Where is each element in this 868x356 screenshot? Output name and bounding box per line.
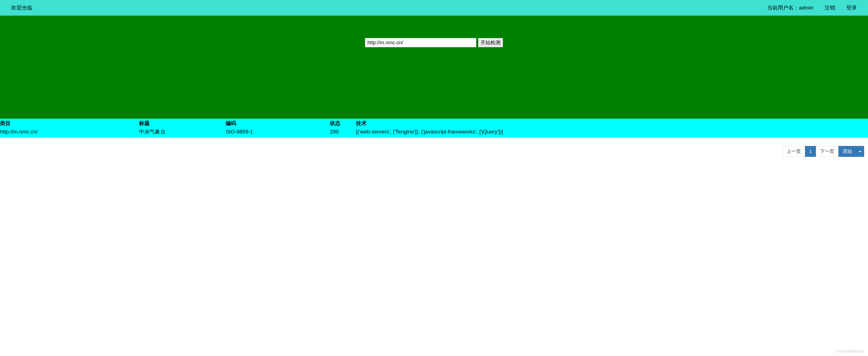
cell-encoding: ISO-8859-1 [226,128,330,136]
cell-status: 200 [330,128,356,136]
next-page-button[interactable]: 下一页 [816,146,838,157]
header-status: 状态 [330,119,356,128]
table-header-row: 类目 标题 编码 状态 技术 [0,119,868,128]
page-number-button[interactable]: 1 [805,146,816,157]
header-encoding: 编码 [226,119,330,128]
header-right: 当前用户名：admin 注销 登录 [767,4,857,11]
prev-page-button[interactable]: 上一页 [782,146,805,157]
url-input[interactable] [365,38,476,47]
login-link[interactable]: 登录 [846,4,857,11]
hero-section: 开始检测 [0,15,868,119]
pagination: 上一页 1 下一页 原始 [0,138,868,157]
top-header: 欢迎光临 当前用户名：admin 注销 登录 [0,0,868,15]
raw-button[interactable]: 原始 [838,146,856,157]
table-row: http://m.nmc.cn/ 中央气象台 ISO-8859-1 200 [(… [0,128,868,136]
cell-tech: [('web-servers', ['Tengine']), ('javascr… [356,128,868,136]
results-table-container: 类目 标题 编码 状态 技术 http://m.nmc.cn/ 中央气象台 IS… [0,119,868,138]
results-table: 类目 标题 编码 状态 技术 http://m.nmc.cn/ 中央气象台 IS… [0,119,868,136]
header-tech: 技术 [356,119,868,128]
welcome-text: 欢迎光临 [11,4,32,11]
logout-link[interactable]: 注销 [825,4,835,11]
cell-title: 中央气象台 [139,128,226,136]
raw-dropdown-toggle[interactable] [856,146,864,157]
search-row: 开始检测 [365,38,503,47]
cell-category: http://m.nmc.cn/ [0,128,139,136]
start-detect-button[interactable]: 开始检测 [478,38,503,47]
caret-down-icon [859,151,862,152]
header-title: 标题 [139,119,226,128]
current-user-label: 当前用户名：admin [767,4,813,11]
header-category: 类目 [0,119,139,128]
